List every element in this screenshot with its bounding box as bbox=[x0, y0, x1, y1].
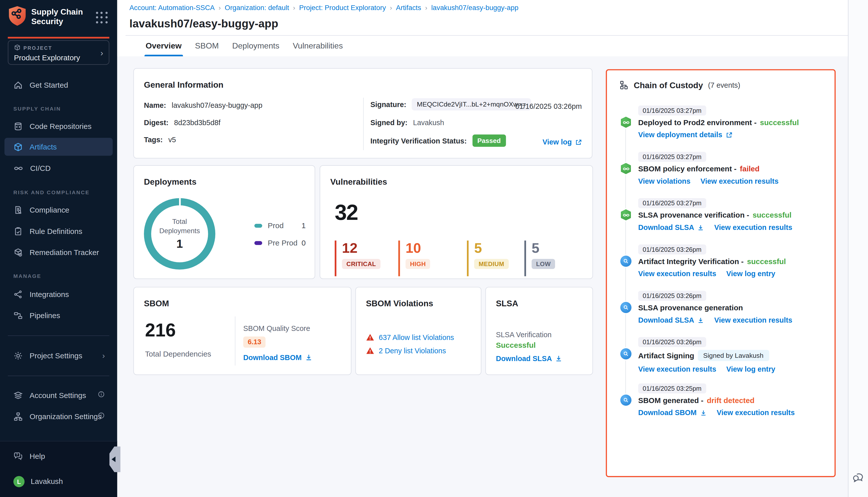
download-slsa-link[interactable]: Download SLSA bbox=[638, 316, 704, 324]
sidebar-item-get-started[interactable]: Get Started bbox=[4, 76, 113, 94]
pipeline-event-icon bbox=[619, 116, 633, 129]
sidebar-item-remediation-tracker[interactable]: Remediation Tracker bbox=[4, 243, 113, 261]
sidebar-item-compliance[interactable]: Compliance bbox=[4, 201, 113, 219]
view-execution-results-link[interactable]: View execution results bbox=[714, 223, 792, 231]
breadcrumb-current[interactable]: lavakush07/easy-buggy-app bbox=[431, 4, 518, 12]
repository-icon bbox=[13, 122, 23, 131]
legend-prod: Prod 1 bbox=[255, 222, 306, 230]
share-nodes-icon bbox=[13, 289, 23, 299]
breadcrumb-organization[interactable]: Organization: default bbox=[225, 4, 289, 12]
signed-by-label: Signed by: bbox=[371, 118, 408, 127]
severity-low: 5 LOW bbox=[524, 240, 555, 276]
deny-list-violations-link[interactable]: 2 Deny list Violations bbox=[379, 346, 446, 355]
info-icon bbox=[98, 391, 105, 400]
sidebar-item-integrations[interactable]: Integrations bbox=[4, 285, 113, 303]
breadcrumb-account[interactable]: Account: Automation-SSCA bbox=[129, 4, 215, 12]
scan-event-icon bbox=[619, 255, 633, 268]
sbom-total-value: 216 bbox=[145, 320, 176, 341]
custody-timeline: 01/16/2025 03:27pm Deployed to Prod2 env… bbox=[619, 105, 826, 429]
clipboard-check-icon bbox=[13, 226, 23, 236]
sidebar-item-code-repositories[interactable]: Code Repositories bbox=[4, 117, 113, 135]
download-icon bbox=[700, 409, 707, 416]
view-log-entry-link[interactable]: View log entry bbox=[726, 365, 775, 373]
download-sbom-link[interactable]: Download SBOM bbox=[243, 353, 312, 361]
chain-of-custody-title: Chain of Custody bbox=[634, 81, 703, 90]
tags-value: v5 bbox=[168, 136, 176, 144]
event-status: successful bbox=[747, 257, 786, 266]
download-slsa-link[interactable]: Download SLSA bbox=[496, 354, 563, 363]
card-title: SLSA bbox=[496, 298, 518, 308]
total-deployments-value: 1 bbox=[144, 237, 215, 250]
view-execution-results-link[interactable]: View execution results bbox=[717, 409, 795, 417]
view-log-link[interactable]: View log bbox=[542, 138, 582, 146]
view-execution-results-link[interactable]: View execution results bbox=[714, 316, 792, 324]
help-button[interactable]: ? Help bbox=[13, 451, 45, 461]
signed-by-value: Lavakush bbox=[413, 118, 444, 127]
app-logo-shield-icon bbox=[8, 5, 27, 29]
event-title: SLSA provenance generation bbox=[638, 303, 743, 312]
sidebar-item-rule-definitions[interactable]: Rule Definitions bbox=[4, 222, 113, 240]
custody-event: 01/16/2025 03:26pm SLSA provenance gener… bbox=[619, 290, 826, 328]
signature-value[interactable]: MEQCICde2VjIT...bL+2+mqnOXw== bbox=[412, 98, 531, 111]
project-kicker: PROJECT bbox=[23, 45, 52, 51]
download-icon bbox=[305, 354, 312, 361]
sidebar-item-organization-settings[interactable]: Organization Settings bbox=[4, 407, 113, 425]
event-timestamp: 01/16/2025 03:26pm bbox=[638, 291, 706, 301]
event-timestamp: 01/16/2025 03:27pm bbox=[638, 105, 706, 116]
view-deployment-details-link[interactable]: View deployment details bbox=[638, 131, 732, 139]
breadcrumb-artifacts[interactable]: Artifacts bbox=[396, 4, 421, 12]
tab-vulnerabilities[interactable]: Vulnerabilities bbox=[293, 35, 343, 56]
section-label-supply-chain: SUPPLY CHAIN bbox=[13, 105, 61, 112]
download-sbom-link[interactable]: Download SBOM bbox=[638, 409, 707, 417]
sidebar: Supply Chain Security PROJECT Product Ex… bbox=[0, 0, 117, 497]
event-status: successful bbox=[752, 211, 791, 219]
scan-event-icon bbox=[619, 347, 633, 360]
sbom-violations-card: SBOM Violations 637 Allow list Violation… bbox=[356, 287, 481, 375]
event-title: Deployed to Prod2 environment - bbox=[638, 118, 756, 127]
severity-medium: 5 MEDIUM bbox=[467, 240, 509, 276]
pipeline-icon bbox=[13, 311, 23, 320]
slsa-card: SLSA SLSA Verification Successful Downlo… bbox=[485, 287, 593, 375]
view-execution-results-link[interactable]: View execution results bbox=[638, 365, 716, 373]
tab-deployments[interactable]: Deployments bbox=[232, 35, 279, 56]
tab-sbom[interactable]: SBOM bbox=[195, 35, 219, 56]
card-title: SBOM Violations bbox=[366, 298, 433, 308]
legend-pre-prod: Pre Prod 0 bbox=[255, 239, 306, 247]
sidebar-item-artifacts[interactable]: Artifacts bbox=[4, 138, 113, 156]
download-slsa-link[interactable]: Download SLSA bbox=[638, 223, 704, 231]
warning-icon bbox=[366, 333, 374, 341]
project-name: Product Exploratory bbox=[14, 54, 103, 62]
deployments-card: Deployments TotalDeployments 1 Prod 1 Pr… bbox=[133, 165, 315, 279]
support-chat-icon[interactable] bbox=[852, 470, 865, 485]
view-violations-link[interactable]: View violations bbox=[638, 177, 691, 185]
project-selector[interactable]: PROJECT Product Exploratory › bbox=[8, 40, 109, 65]
sidebar-item-project-settings[interactable]: Project Settings › bbox=[4, 346, 113, 364]
section-label-manage: MANAGE bbox=[13, 273, 41, 279]
view-execution-results-link[interactable]: View execution results bbox=[700, 177, 779, 185]
event-status: drift detected bbox=[707, 396, 754, 404]
divider bbox=[363, 98, 364, 150]
app-title: Supply Chain Security bbox=[31, 7, 89, 26]
download-icon bbox=[555, 355, 563, 362]
view-log-entry-link[interactable]: View log entry bbox=[726, 270, 775, 278]
event-status: successful bbox=[760, 118, 799, 127]
module-grid-icon[interactable] bbox=[96, 12, 108, 24]
view-execution-results-link[interactable]: View execution results bbox=[638, 270, 716, 278]
custody-event: 01/16/2025 03:27pm SBOM policy enforceme… bbox=[619, 151, 826, 189]
sidebar-item-account-settings[interactable]: Account Settings bbox=[4, 386, 113, 404]
custody-event: 01/16/2025 03:26pm Artifact Integrity Ve… bbox=[619, 244, 826, 282]
infinity-icon bbox=[13, 163, 23, 173]
integrity-status-label: Integrity Verification Status: bbox=[371, 137, 467, 145]
tab-overview[interactable]: Overview bbox=[146, 35, 182, 56]
breadcrumb-project[interactable]: Project: Product Exploratory bbox=[299, 4, 386, 12]
allow-list-violations-link[interactable]: 637 Allow list Violations bbox=[379, 333, 454, 341]
sbom-quality-label: SBOM Quality Score bbox=[243, 324, 310, 332]
user-menu[interactable]: L Lavakush bbox=[13, 476, 63, 487]
pipeline-event-icon bbox=[619, 208, 633, 222]
external-link-icon bbox=[726, 131, 732, 138]
event-title: SBOM generated - bbox=[638, 396, 704, 404]
sidebar-item-pipelines[interactable]: Pipelines bbox=[4, 306, 113, 324]
cube-icon bbox=[14, 44, 21, 52]
info-icon bbox=[98, 412, 105, 421]
sidebar-item-cicd[interactable]: CI/CD bbox=[4, 159, 113, 177]
